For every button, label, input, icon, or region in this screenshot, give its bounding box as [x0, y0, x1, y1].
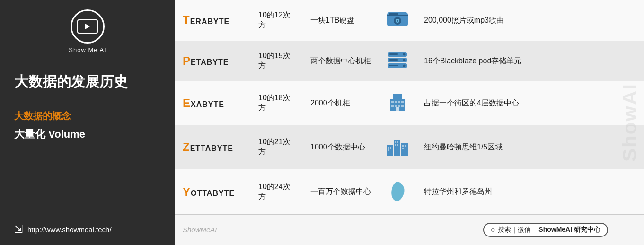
- svg-rect-23: [398, 105, 400, 107]
- example-cell: 一百万个数据中心: [303, 169, 379, 214]
- taiwan-icon: [389, 181, 406, 201]
- logo-area: Show Me AI: [14, 9, 161, 53]
- sub-label: 大量化 Volume: [14, 127, 161, 141]
- term-first-letter: Z: [183, 140, 190, 153]
- search-label: 搜索｜微信: [498, 226, 531, 234]
- desc-cell: 占据一个街区的4层数据中心: [416, 81, 644, 125]
- logo-circle: [71, 9, 105, 44]
- term-first-letter: E: [183, 96, 191, 109]
- svg-point-9: [403, 53, 406, 56]
- section-label: 大数据的概念: [14, 110, 161, 122]
- svg-rect-29: [388, 147, 389, 149]
- svg-rect-37: [405, 145, 406, 147]
- main-title: 大数据的发展历史: [14, 72, 161, 91]
- website-area[interactable]: ⇲ http://www.showmeai.tech/: [14, 214, 161, 236]
- svg-rect-24: [401, 105, 404, 107]
- svg-rect-30: [390, 147, 391, 149]
- sidebar: Show Me AI 大数据的发展历史 大数据的概念 大量化 Volume ⇲ …: [0, 0, 175, 245]
- table-row: PETABYTE10的15次方两个数据中心机柜 16个Blackblaze po…: [175, 41, 644, 81]
- svg-rect-38: [402, 148, 404, 149]
- power-cell: 10的21次方: [251, 125, 303, 169]
- svg-rect-17: [391, 101, 394, 103]
- power-cell: 10的15次方: [251, 41, 303, 81]
- term-cell: EXABYTE: [175, 81, 251, 125]
- term-cell: ZETTABYTE: [175, 125, 251, 169]
- desc-cell: 16个Blackblaze pod存储单元: [416, 41, 644, 81]
- svg-rect-34: [395, 144, 396, 146]
- table-row: EXABYTE10的18次方2000个机柜 占据一个街区的4层数据中心: [175, 81, 644, 125]
- footer-row: ShowMeAI ○ 搜索｜微信 ShowMeAI 研究中心: [175, 214, 644, 245]
- table-row: TERABYTE10的12次方一块1TB硬盘 200,000照片或mp3歌曲: [175, 0, 644, 41]
- search-icon: ○: [491, 226, 495, 234]
- svg-point-10: [403, 59, 406, 61]
- svg-rect-14: [389, 65, 398, 66]
- term-first-letter: P: [183, 54, 191, 67]
- svg-rect-35: [397, 144, 398, 146]
- svg-rect-5: [389, 13, 398, 15]
- example-cell: 一块1TB硬盘: [303, 0, 379, 41]
- search-badge[interactable]: ○ 搜索｜微信 ShowMeAI 研究中心: [483, 223, 608, 237]
- term-cell: TERABYTE: [175, 0, 251, 41]
- power-cell: 10的12次方: [251, 0, 303, 41]
- website-text: http://www.showmeai.tech/: [27, 226, 112, 234]
- svg-rect-25: [396, 107, 399, 111]
- svg-rect-20: [401, 101, 404, 103]
- icon-cell: [379, 81, 416, 125]
- term-first-letter: T: [183, 14, 190, 26]
- data-table: TERABYTE10的12次方一块1TB硬盘 200,000照片或mp3歌曲PE…: [175, 0, 644, 245]
- example-cell: 两个数据中心机柜: [303, 41, 379, 81]
- logo-text: Show Me AI: [69, 46, 106, 53]
- building-icon: [388, 92, 407, 112]
- footer-brand: ShowMeAI: [183, 226, 217, 234]
- desc-cell: 纽约曼哈顿思维1/5区域: [416, 125, 644, 169]
- cursor-icon: ⇲: [14, 223, 23, 236]
- svg-rect-33: [397, 141, 398, 143]
- term-first-letter: Y: [183, 185, 191, 198]
- desc-cell: 特拉华州和罗德岛州: [416, 169, 644, 214]
- power-cell: 10的24次方: [251, 169, 303, 214]
- svg-rect-22: [395, 105, 397, 107]
- svg-rect-18: [395, 101, 397, 103]
- table-row: YOTTABYTE10的24次方一百万个数据中心 特拉华州和罗德岛州: [175, 169, 644, 214]
- svg-rect-21: [391, 105, 394, 107]
- hdd-icon: [386, 10, 409, 28]
- icon-cell: [379, 0, 416, 41]
- svg-rect-19: [398, 101, 400, 103]
- svg-rect-32: [395, 141, 396, 143]
- power-cell: 10的18次方: [251, 81, 303, 125]
- term-cell: PETABYTE: [175, 41, 251, 81]
- icon-cell: [379, 169, 416, 214]
- city-icon: [386, 136, 409, 157]
- example-cell: 2000个机柜: [303, 81, 379, 125]
- logo-icon: [77, 19, 98, 34]
- svg-point-11: [403, 65, 406, 67]
- term-cell: YOTTABYTE: [175, 169, 251, 214]
- svg-rect-16: [393, 94, 402, 100]
- svg-rect-31: [388, 149, 389, 151]
- svg-rect-26: [387, 145, 393, 156]
- brand-label: ShowMeAI 研究中心: [538, 226, 600, 234]
- svg-rect-12: [389, 53, 398, 55]
- icon-cell: [379, 41, 416, 81]
- example-cell: 1000个数据中心: [303, 125, 379, 169]
- main-content: ShowAI TERABYTE10的12次方一块1TB硬盘 200,000照片或…: [175, 0, 644, 245]
- table-row: ZETTABYTE10的21次方1000个数据中心 纽约曼哈顿思维1/5区域: [175, 125, 644, 169]
- svg-rect-36: [402, 145, 404, 147]
- svg-point-4: [397, 20, 398, 22]
- desc-cell: 200,000照片或mp3歌曲: [416, 0, 644, 41]
- icon-cell: [379, 125, 416, 169]
- server-icon: [387, 51, 408, 69]
- svg-rect-13: [389, 59, 398, 61]
